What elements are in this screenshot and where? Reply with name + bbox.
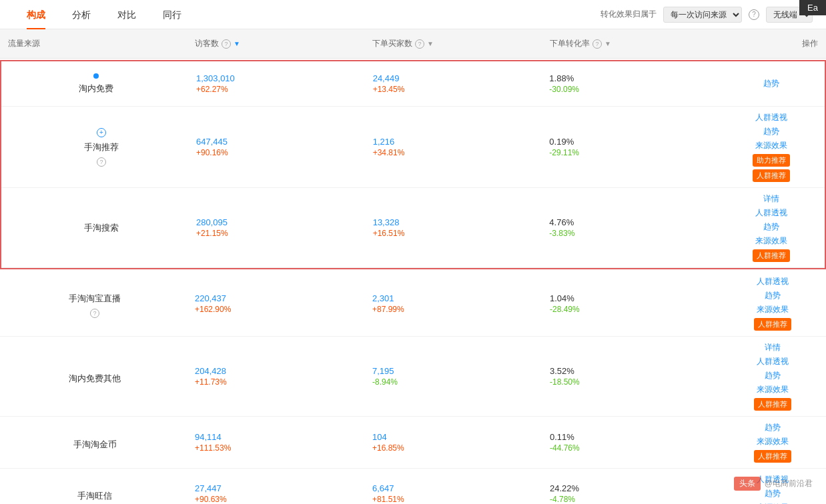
actions-cell: 趋势 [718,73,825,95]
action-趋势[interactable]: 趋势 [765,290,781,301]
source-name-cell: +手淘推荐? [1,123,188,172]
action-来源效果[interactable]: 来源效果 [757,436,789,447]
rate-sort-icon[interactable]: ▼ [604,40,611,47]
action-人群透视[interactable]: 人群透视 [757,276,789,287]
rate-value: 0.19% [549,137,710,147]
action-人群透视[interactable]: 人群透视 [755,112,787,123]
rate-value: 0.11% [550,432,711,442]
action-详情[interactable]: 详情 [765,342,781,353]
row-hint-icon[interactable]: ? [90,309,99,318]
action-趋势[interactable]: 趋势 [763,221,779,233]
orders-change: +16.85% [372,443,534,453]
table-body: 淘内免费1,303,010+62.27%24,449+13.45%1.88%-3… [0,60,826,504]
visitors-sort-icon[interactable]: ▼ [234,40,240,47]
orders-cell: 24,449+13.45% [365,68,542,99]
action-来源效果[interactable]: 来源效果 [755,140,787,151]
source-name-text: 淘内免费 [79,83,113,95]
action-助力推荐[interactable]: 助力推荐 [753,154,790,167]
source-name-text: 手淘搜索 [84,222,119,234]
rate-cell: 24.22%-4.78% [542,478,719,504]
rate-change: -29.11% [549,148,710,157]
rate-help-icon[interactable]: ? [592,39,602,49]
action-人群推荐[interactable]: 人群推荐 [754,318,791,331]
action-人群推荐[interactable]: 人群推荐 [753,169,790,182]
action-趋势[interactable]: 趋势 [763,126,779,137]
corner-badge: Ea [799,0,826,15]
attribution-select[interactable]: 每一次访问来源 [663,7,742,23]
visitors-change: +111.53% [195,443,356,453]
tab-peers[interactable]: 同行 [149,0,195,29]
action-来源效果[interactable]: 来源效果 [755,235,787,247]
visitors-change: +21.15% [196,229,357,238]
rate-value: 1.04% [550,293,711,303]
action-来源效果[interactable]: 来源效果 [757,384,789,395]
source-name-text: 手淘淘金币 [73,439,117,451]
source-name-cell: 手淘搜索 [1,217,188,239]
orders-change: +34.81% [373,148,534,157]
orders-change: +13.45% [373,85,534,94]
source-name-text: 手淘旺信 [77,490,112,502]
orders-value: 104 [372,432,534,442]
action-来源效果[interactable]: 来源效果 [757,304,789,315]
action-人群透视[interactable]: 人群透视 [757,356,789,367]
tab-compare[interactable]: 对比 [104,0,149,29]
rate-change: -4.78% [550,495,711,504]
th-rate[interactable]: 下单转化率 ? ▼ [542,38,719,49]
visitors-value: 647,445 [196,137,357,147]
orders-value: 6,647 [372,483,534,493]
source-name-cell: 手淘淘宝直播? [0,283,187,323]
action-人群推荐[interactable]: 人群推荐 [753,249,790,262]
actions-cell: 人群透视趋势来源效果人群推荐 [719,271,826,336]
action-趋势[interactable]: 趋势 [763,78,779,89]
orders-sort-icon[interactable]: ▼ [427,40,434,47]
row-hint-icon[interactable]: ? [97,157,106,167]
table-header: 流量来源 访客数 ? ▼ 下单买家数 ? ▼ 下单转化率 ? ▼ 操作 [0,29,826,59]
rate-change: -30.09% [549,85,710,94]
visitors-value: 27,447 [195,483,356,493]
expand-dot [93,73,99,79]
action-趋势[interactable]: 趋势 [765,422,781,433]
action-趋势[interactable]: 趋势 [765,370,781,381]
th-visitors[interactable]: 访客数 ? ▼ [187,38,364,49]
attribution-help-icon[interactable]: ? [749,9,759,20]
source-name-cell: 手淘旺信 [0,481,187,505]
visitors-help-icon[interactable]: ? [222,39,231,49]
actions-cell: 详情人群透视趋势来源效果人群推荐 [719,337,826,416]
rate-change: -18.50% [550,377,711,387]
orders-change: +16.51% [373,229,534,238]
visitors-change: +62.27% [196,85,357,94]
expand-plus-icon[interactable]: + [97,128,106,137]
action-人群推荐[interactable]: 人群推荐 [754,398,791,411]
rate-change: -3.83% [549,229,710,238]
rate-value: 1.88% [549,73,710,83]
orders-change: +87.99% [372,305,534,314]
action-人群推荐[interactable]: 人群推荐 [754,450,791,463]
rate-change: -28.49% [550,305,711,314]
action-人群透视[interactable]: 人群透视 [755,207,787,219]
watermark-account: @电商前沿君 [765,478,813,489]
action-详情[interactable]: 详情 [763,193,779,205]
visitors-cell: 280,095+21.15% [188,212,365,243]
visitors-cell: 647,445+90.16% [188,131,365,163]
orders-cell: 104+16.85% [364,427,542,458]
orders-cell: 2,301+87.99% [364,288,542,319]
rate-value: 3.52% [550,366,711,376]
actions-cell: 人群透视趋势来源效果助力推荐人群推荐 [718,107,825,187]
tab-analysis[interactable]: 分析 [59,0,104,29]
visitors-value: 280,095 [196,217,357,227]
visitors-change: +90.16% [196,148,357,157]
visitors-cell: 204,428+11.73% [187,361,364,392]
rate-value: 4.76% [549,217,710,227]
tab-composition[interactable]: 构成 [13,0,59,29]
rate-cell: 3.52%-18.50% [542,361,719,392]
orders-value: 2,301 [372,293,534,303]
table-row: 手淘淘宝直播?220,437+162.90%2,301+87.99%1.04%-… [0,271,826,337]
orders-change: -8.94% [372,377,534,387]
rate-value: 24.22% [550,483,711,493]
visitors-value: 204,428 [195,366,356,376]
visitors-change: +11.73% [195,377,356,387]
rate-change: -44.76% [550,443,711,453]
th-orders[interactable]: 下单买家数 ? ▼ [364,38,542,49]
orders-cell: 13,328+16.51% [365,212,542,243]
orders-help-icon[interactable]: ? [415,39,424,49]
